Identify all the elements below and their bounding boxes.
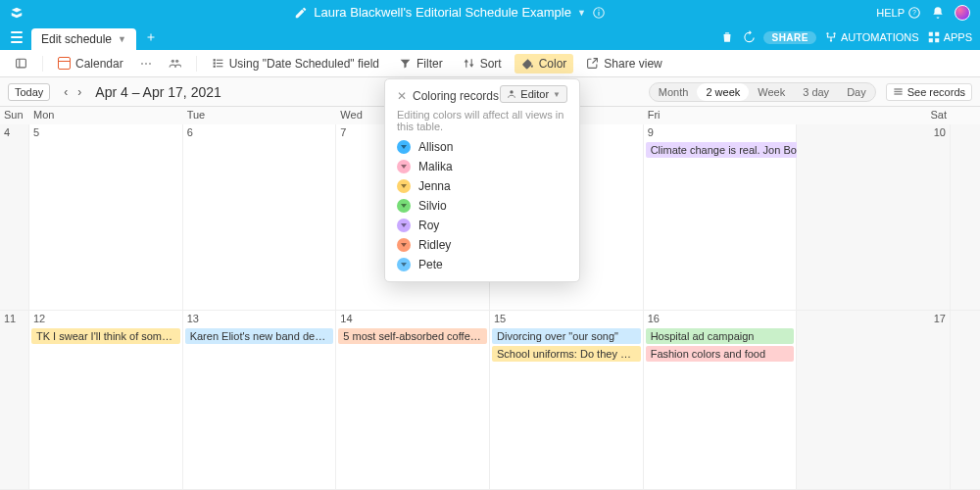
color-swatch[interactable] — [397, 179, 411, 193]
close-icon[interactable]: ✕ — [397, 89, 407, 103]
color-swatch[interactable] — [397, 199, 411, 213]
day-cell[interactable]: 5 — [29, 124, 183, 311]
day-cell[interactable]: 10 — [797, 124, 951, 311]
date-range: Apr 4 – Apr 17, 2021 — [95, 84, 220, 100]
table-tab-label: Edit schedule — [41, 32, 112, 46]
color-swatch[interactable] — [397, 160, 411, 173]
color-button[interactable]: Color — [514, 54, 574, 74]
svg-point-15 — [175, 60, 178, 63]
color-swatch[interactable] — [397, 238, 411, 252]
color-item-label: Ridley — [418, 238, 451, 252]
collaborators-button[interactable] — [162, 54, 188, 73]
chevron-down-icon: ▼ — [553, 90, 561, 99]
day-cell[interactable]: 6 — [183, 124, 337, 311]
color-item[interactable]: Roy — [397, 219, 567, 232]
see-records-button[interactable]: See records — [886, 83, 972, 101]
svg-rect-11 — [935, 38, 939, 42]
svg-rect-10 — [928, 38, 932, 42]
help-icon: ? — [907, 6, 921, 20]
event[interactable]: TK I swear I'll think of something — [31, 328, 180, 344]
view-menu-button[interactable]: ⋯ — [136, 54, 156, 74]
next-button[interactable]: › — [74, 83, 85, 101]
grouping-field[interactable]: Using "Date Scheduled" field — [205, 54, 386, 74]
svg-rect-9 — [935, 32, 939, 36]
apps-button[interactable]: APPS — [927, 30, 972, 44]
color-swatch[interactable] — [397, 258, 411, 271]
day-cell[interactable]: 11 — [0, 311, 29, 490]
share-button[interactable]: SHARE — [763, 31, 816, 44]
event[interactable]: 5 most self-absorbed coffee drinks — [338, 328, 487, 344]
day-cell[interactable]: 9 Climate change is real. Jon Bon Jovi s… — [644, 124, 798, 311]
color-item[interactable]: Allison — [397, 140, 567, 154]
range-month[interactable]: Month — [650, 83, 698, 101]
svg-rect-17 — [213, 62, 215, 64]
table-tab[interactable]: Edit schedule ▼ — [31, 28, 136, 50]
svg-rect-22 — [894, 88, 902, 89]
color-item[interactable]: Ridley — [397, 238, 567, 252]
help-link[interactable]: HELP? — [876, 6, 921, 20]
app-logo-icon[interactable] — [10, 6, 24, 20]
grid-spacer — [951, 124, 980, 311]
filter-button[interactable]: Filter — [392, 54, 450, 74]
svg-rect-1 — [598, 11, 599, 15]
avatar[interactable] — [955, 5, 970, 21]
chevron-down-icon: ▼ — [118, 34, 126, 44]
day-cell[interactable]: 13 Karen Eliot's new band debuts with "B… — [183, 311, 337, 490]
color-field-selector[interactable]: Editor ▼ — [500, 85, 567, 103]
day-header: Fri — [644, 107, 798, 124]
automations-button[interactable]: AUTOMATIONS — [824, 30, 919, 44]
calendar-icon — [58, 57, 71, 70]
event[interactable]: School uniforms: Do they go far enough? — [492, 346, 641, 362]
svg-text:?: ? — [912, 9, 916, 16]
svg-rect-18 — [213, 66, 215, 68]
color-item[interactable]: Silvio — [397, 199, 567, 213]
day-header: Sat — [797, 107, 951, 124]
apps-icon — [927, 30, 941, 44]
toggle-sidebar-button[interactable] — [8, 54, 34, 73]
range-day[interactable]: Day — [838, 83, 875, 101]
color-swatch[interactable] — [397, 219, 411, 232]
popup-subtext: Editing colors will affect all views in … — [397, 109, 567, 132]
range-3day[interactable]: 3 day — [794, 83, 838, 101]
info-icon[interactable] — [592, 6, 606, 20]
day-cell[interactable]: 17 — [797, 311, 951, 490]
color-item[interactable]: Pete — [397, 258, 567, 271]
prev-button[interactable]: ‹ — [60, 83, 72, 101]
range-2week[interactable]: 2 week — [697, 83, 749, 101]
sort-button[interactable]: Sort — [456, 54, 509, 74]
color-item[interactable]: Malika — [397, 160, 567, 173]
divider — [196, 56, 197, 72]
event[interactable]: Hospital ad campaign — [646, 328, 795, 344]
base-title[interactable]: Laura Blackwell's Editorial Schedule Exa… — [314, 5, 571, 20]
event[interactable]: Climate change is real. Jon Bon Jovi say… — [646, 142, 822, 158]
add-tab-button[interactable] — [142, 28, 160, 46]
event[interactable]: Karen Eliot's new band debuts with "Best… — [185, 328, 334, 344]
history-icon[interactable] — [742, 30, 756, 44]
color-item-label: Silvio — [418, 199, 447, 213]
share-view-button[interactable]: Share view — [579, 54, 668, 74]
color-item[interactable]: Jenna — [397, 179, 567, 193]
day-cell[interactable]: 16 Hospital ad campaign Fashion colors a… — [644, 311, 798, 490]
color-swatch[interactable] — [397, 140, 411, 154]
day-cell[interactable]: 15 Divorcing over "our song" School unif… — [490, 311, 644, 490]
day-cell[interactable]: 4 — [0, 124, 29, 311]
view-name[interactable]: Calendar — [51, 54, 130, 74]
range-switch: Month 2 week Week 3 day Day — [649, 82, 876, 102]
range-week[interactable]: Week — [749, 83, 794, 101]
automation-icon — [824, 30, 838, 44]
event[interactable]: Divorcing over "our song" — [492, 328, 641, 344]
bell-icon[interactable] — [931, 6, 945, 20]
day-cell[interactable]: 14 5 most self-absorbed coffee drinks — [336, 311, 490, 490]
day-header: Tue — [183, 107, 337, 124]
svg-rect-19 — [217, 60, 223, 61]
title-caret-icon[interactable]: ▼ — [577, 8, 586, 18]
day-header: Sun — [0, 107, 29, 124]
event[interactable]: Fashion colors and food — [646, 346, 795, 362]
trash-icon[interactable] — [720, 30, 734, 44]
hamburger-icon[interactable] — [8, 28, 25, 46]
pencil-icon — [294, 6, 308, 20]
day-cell[interactable]: 12 TK I swear I'll think of something — [29, 311, 183, 490]
color-item-label: Pete — [418, 258, 443, 271]
today-button[interactable]: Today — [8, 83, 50, 101]
svg-rect-8 — [928, 32, 932, 36]
